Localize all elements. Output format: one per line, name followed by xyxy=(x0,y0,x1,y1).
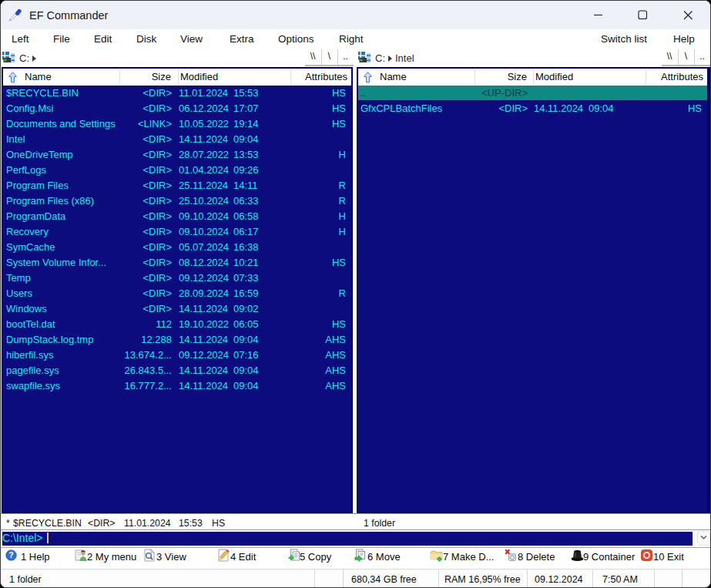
svg-text:?: ? xyxy=(8,550,13,559)
